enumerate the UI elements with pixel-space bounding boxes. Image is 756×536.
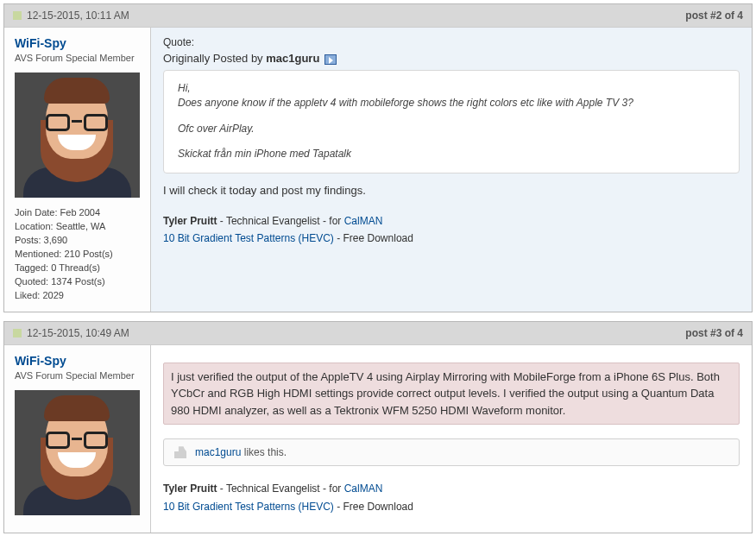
post-header: 12-15-2015, 10:11 AM post #2 of 4 — [4, 4, 752, 28]
quote-label: Quote: — [163, 36, 740, 48]
post-number[interactable]: post #2 of 4 — [685, 9, 743, 22]
sig-link-patterns[interactable]: 10 Bit Gradient Test Patterns (HEVC) — [163, 232, 334, 244]
avatar[interactable] — [15, 390, 140, 515]
date-text: 12-15-2015, 10:11 AM — [27, 9, 129, 22]
post-content: Quote: Originally Posted by mac1guru Hi,… — [151, 28, 752, 312]
post-content: I just verified the output of the AppleT… — [151, 345, 752, 533]
forum-post: 12-15-2015, 10:11 AM post #2 of 4 WiFi-S… — [3, 3, 753, 312]
user-stats: Join Date: Feb 2004 Location: Seattle, W… — [15, 206, 140, 303]
post-timestamp: 12-15-2015, 10:49 AM — [13, 327, 129, 339]
sig-link-patterns[interactable]: 10 Bit Gradient Test Patterns (HEVC) — [163, 501, 334, 513]
post-header: 12-15-2015, 10:49 AM post #3 of 4 — [4, 322, 752, 345]
signature: Tyler Pruitt - Technical Evangelist - fo… — [163, 480, 740, 515]
signature: Tyler Pruitt - Technical Evangelist - fo… — [163, 212, 740, 248]
quote-origin-user: mac1guru — [266, 52, 319, 65]
stat-mentioned: Mentioned: 210 Post(s) — [15, 248, 140, 262]
user-rank: AVS Forum Special Member — [15, 369, 140, 382]
post-timestamp: 12-15-2015, 10:11 AM — [13, 9, 129, 22]
quote-line: Ofc over AirPlay. — [178, 122, 725, 136]
sig-tail: - Free Download — [334, 232, 413, 244]
sig-link-calman[interactable]: CalMAN — [344, 482, 383, 495]
username-link[interactable]: WiFi-Spy — [15, 354, 140, 368]
post-body: WiFi-Spy AVS Forum Special Member I just… — [4, 345, 752, 533]
sig-link-calman[interactable]: CalMAN — [344, 215, 383, 227]
stat-join-date: Join Date: Feb 2004 — [15, 206, 140, 220]
sig-name: Tyler Pruitt — [163, 482, 217, 495]
avatar[interactable] — [15, 73, 140, 198]
sig-role: - Technical Evangelist - for — [217, 215, 343, 227]
post-body: WiFi-Spy AVS Forum Special Member Join D… — [4, 28, 752, 312]
quote-origin: Originally Posted by mac1guru — [163, 52, 740, 65]
unread-indicator-icon — [13, 11, 22, 20]
unread-indicator-icon — [13, 329, 22, 337]
post-number[interactable]: post #3 of 4 — [685, 327, 743, 339]
quote-line: Does anyone know if the appletv 4 with m… — [178, 97, 633, 109]
user-sidebar: WiFi-Spy AVS Forum Special Member — [4, 345, 151, 533]
likes-bar: mac1guru likes this. — [163, 438, 740, 466]
stat-tagged: Tagged: 0 Thread(s) — [15, 262, 140, 275]
likes-text: likes this. — [241, 446, 287, 458]
sig-role: - Technical Evangelist - for — [217, 482, 343, 495]
quote-box: Hi, Does anyone know if the appletv 4 wi… — [163, 70, 740, 173]
thumbs-up-icon — [174, 446, 186, 458]
quote-line: Skickat från min iPhone med Tapatalk — [178, 147, 725, 161]
sig-name: Tyler Pruitt — [163, 215, 217, 227]
quote-block: Quote: Originally Posted by mac1guru Hi,… — [163, 36, 740, 173]
user-sidebar: WiFi-Spy AVS Forum Special Member Join D… — [4, 28, 151, 312]
stat-posts: Posts: 3,690 — [15, 234, 140, 248]
stat-quoted: Quoted: 1374 Post(s) — [15, 275, 140, 289]
liker-link[interactable]: mac1guru — [195, 446, 241, 458]
quote-line: Hi, — [178, 82, 191, 94]
username-link[interactable]: WiFi-Spy — [15, 36, 140, 50]
stat-location: Location: Seattle, WA — [15, 220, 140, 234]
sig-tail: - Free Download — [334, 501, 413, 513]
reply-text: I just verified the output of the AppleT… — [163, 363, 740, 426]
reply-text: I will check it today and post my findin… — [163, 182, 740, 199]
date-text: 12-15-2015, 10:49 AM — [27, 327, 129, 339]
stat-liked: Liked: 2029 — [15, 289, 140, 303]
quote-origin-prefix: Originally Posted by — [163, 52, 266, 65]
forum-post: 12-15-2015, 10:49 AM post #3 of 4 WiFi-S… — [3, 321, 753, 533]
view-post-icon[interactable] — [324, 54, 337, 65]
user-rank: AVS Forum Special Member — [15, 52, 140, 64]
